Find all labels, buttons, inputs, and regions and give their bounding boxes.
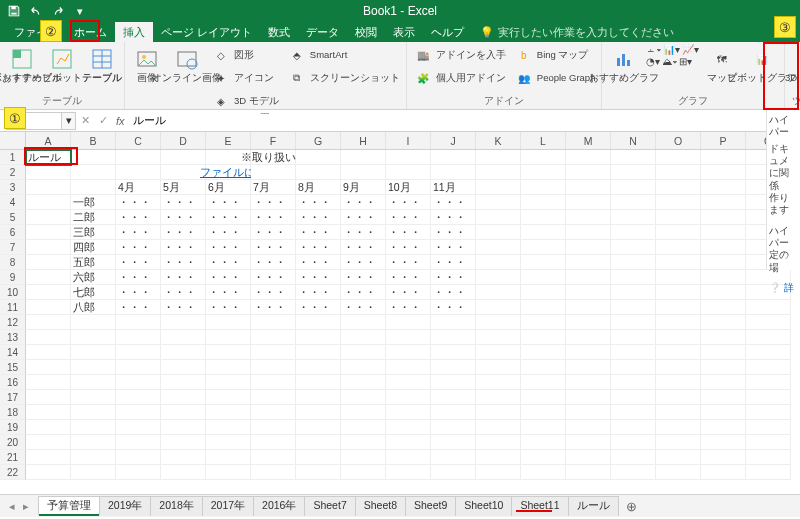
cell[interactable] [251,165,296,180]
cell[interactable] [611,180,656,195]
qat-dropdown-icon[interactable]: ▾ [70,2,90,20]
cell[interactable] [566,240,611,255]
cell[interactable]: 5月 [161,180,206,195]
cell[interactable] [476,285,521,300]
row-header[interactable]: 10 [0,285,26,300]
row-header[interactable]: 1 [0,150,26,165]
cell[interactable] [521,285,566,300]
cell[interactable] [431,360,476,375]
cell[interactable] [26,315,71,330]
cell[interactable]: ・・・ [296,285,341,300]
cell[interactable]: ・・・ [431,270,476,285]
cell[interactable] [701,210,746,225]
cell[interactable] [521,375,566,390]
cell[interactable] [701,240,746,255]
chart-type-grid[interactable]: ⫠▾📊▾📈▾ ◔▾⛰▾⊞▾ [646,44,700,67]
cell[interactable] [701,255,746,270]
redo-icon[interactable] [48,2,68,20]
cell[interactable] [341,315,386,330]
cell[interactable]: 10月 [386,180,431,195]
cell[interactable] [701,270,746,285]
sheet-tab[interactable]: 2017年 [202,496,254,516]
cell[interactable] [566,225,611,240]
cell[interactable] [611,210,656,225]
cell[interactable] [161,420,206,435]
cell[interactable] [566,405,611,420]
cell[interactable] [701,390,746,405]
cell[interactable] [521,405,566,420]
cell[interactable] [26,165,71,180]
cell[interactable] [746,300,791,315]
cell[interactable]: ・・・ [296,195,341,210]
cell[interactable] [206,360,251,375]
cell[interactable] [251,465,296,480]
cell[interactable]: 7月 [251,180,296,195]
sheet-nav-next[interactable]: ▸ [20,500,32,513]
cell[interactable]: ・・・ [161,285,206,300]
cell[interactable]: ・・・ [161,300,206,315]
cell[interactable] [341,375,386,390]
cell[interactable] [386,375,431,390]
cell[interactable] [476,375,521,390]
cell[interactable] [521,210,566,225]
cell[interactable]: ・・・ [386,210,431,225]
cell[interactable]: ・・・ [386,225,431,240]
cell[interactable] [206,390,251,405]
cell[interactable] [341,435,386,450]
cell[interactable] [26,390,71,405]
cell[interactable]: ・・・ [161,225,206,240]
cell[interactable]: ・・・ [161,210,206,225]
3dmodel-button[interactable]: ◈3D モデル [209,90,281,112]
sheet-tab[interactable]: Sheet7 [304,496,355,516]
3dmap-button[interactable]: 🌐 3D マップ [789,44,800,83]
cell[interactable] [251,375,296,390]
cell[interactable] [161,450,206,465]
cell[interactable] [116,465,161,480]
row-header[interactable]: 4 [0,195,26,210]
cell[interactable] [161,405,206,420]
cell[interactable] [611,390,656,405]
row-header[interactable]: 7 [0,240,26,255]
row-header[interactable]: 9 [0,270,26,285]
cell[interactable]: ・・・ [116,300,161,315]
cell[interactable] [656,315,701,330]
cell[interactable]: ・・・ [431,225,476,240]
cell[interactable]: ・・・ [431,240,476,255]
cell[interactable] [71,390,116,405]
cell[interactable] [656,435,701,450]
cell[interactable] [26,330,71,345]
cell[interactable] [746,315,791,330]
cell[interactable] [341,390,386,405]
sheet-tab[interactable]: 2019年 [99,496,151,516]
cell[interactable] [26,465,71,480]
cell[interactable] [746,405,791,420]
cell[interactable] [431,330,476,345]
cell[interactable] [611,195,656,210]
cell[interactable]: ・・・ [341,285,386,300]
cell[interactable] [386,435,431,450]
cell[interactable]: ・・・ [161,195,206,210]
cell[interactable] [386,150,431,165]
cell[interactable] [251,435,296,450]
cell[interactable] [656,255,701,270]
cell[interactable] [26,240,71,255]
cell[interactable]: ・・・ [341,210,386,225]
cell[interactable] [161,345,206,360]
cell[interactable] [116,420,161,435]
cell[interactable] [521,255,566,270]
cell[interactable] [431,390,476,405]
cell[interactable]: 11月 [431,180,476,195]
cell[interactable] [656,270,701,285]
cell[interactable] [746,345,791,360]
cell[interactable]: ・・・ [206,300,251,315]
cell[interactable] [701,285,746,300]
sheet-tab[interactable]: 2016年 [253,496,305,516]
cell[interactable] [566,285,611,300]
cell[interactable] [116,390,161,405]
cell[interactable]: 三郎 [71,225,116,240]
cell[interactable]: ・・・ [251,270,296,285]
cell[interactable] [611,255,656,270]
cell[interactable] [611,375,656,390]
cell[interactable] [206,405,251,420]
cell[interactable] [476,240,521,255]
